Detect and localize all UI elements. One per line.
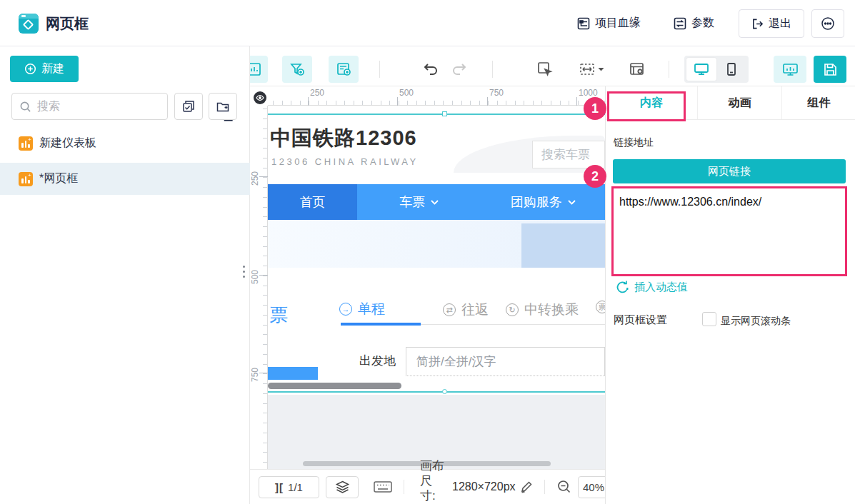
link-address-label: 链接地址: [614, 136, 654, 149]
add-filter-button[interactable]: [282, 56, 312, 83]
params-icon: [674, 17, 686, 30]
url-input-wrapper: https://www.12306.cn/index/: [611, 186, 847, 276]
chevron-down-icon: [568, 200, 576, 205]
mobile-icon: [724, 62, 739, 76]
project-lineage-button[interactable]: 项目血缘: [577, 16, 641, 31]
zoom-level-value[interactable]: 40%: [578, 476, 605, 498]
chevron-down-icon: [431, 200, 439, 205]
zoom-out-icon: [556, 479, 572, 495]
visibility-toggle-icon[interactable]: [254, 91, 266, 104]
url-textarea[interactable]: https://www.12306.cn/index/: [614, 188, 845, 274]
exit-button[interactable]: 退出: [739, 9, 804, 38]
nav-home[interactable]: 首页: [268, 184, 357, 220]
exit-icon: [751, 18, 764, 30]
more-button[interactable]: [811, 9, 844, 38]
app-logo-icon: [19, 14, 39, 34]
search-input[interactable]: [37, 100, 144, 113]
web-link-button[interactable]: 网页链接: [613, 159, 846, 183]
keyboard-icon: [373, 479, 393, 495]
pencil-icon: [520, 480, 534, 493]
depart-input[interactable]: 简拼/全拼/汉字: [406, 347, 605, 376]
nav-group-services[interactable]: 团购服务: [481, 184, 606, 220]
sidebar-item-dashboard[interactable]: + 新建仪表板: [0, 127, 250, 159]
search-box[interactable]: [11, 93, 168, 120]
selection-top-edge[interactable]: [268, 114, 605, 115]
progress-bar-fragment: [268, 367, 318, 380]
app-header: 网页框 项目血缘 参数 退出: [0, 0, 855, 46]
distribute-button[interactable]: [576, 59, 607, 80]
selection-handle[interactable]: [442, 389, 447, 394]
site-navbar: 首页 车票 团购服务: [268, 184, 605, 220]
show-scrollbar-checkbox[interactable]: [702, 312, 716, 326]
sidebar-item-webframe[interactable]: + *网页框: [0, 163, 250, 195]
lineage-icon: [577, 17, 590, 30]
select-region-button[interactable]: [534, 59, 556, 80]
nav-tickets[interactable]: 车票: [357, 184, 481, 220]
canvas-area[interactable]: 250 500 750 1000 250 500 750 中国铁路12306 1…: [250, 86, 605, 469]
active-tab-underline: [341, 323, 421, 326]
ticket-circle-icon: 票: [596, 301, 605, 313]
site-title: 中国铁路12306: [270, 124, 417, 153]
new-button[interactable]: 新建: [10, 56, 79, 82]
insert-dynamic-icon: [616, 281, 629, 294]
show-scrollbar-label: 显示网页滚动条: [721, 315, 791, 328]
layers-icon: [335, 480, 350, 495]
editor-toolbar: [250, 46, 855, 86]
oneway-icon: →: [339, 303, 352, 316]
desktop-icon: [694, 62, 709, 76]
panel-resize-handle[interactable]: [243, 266, 245, 281]
redo-button[interactable]: [449, 59, 469, 79]
annotation-step-1: 1: [584, 97, 606, 120]
banner-panel: [521, 223, 605, 268]
dashboard-icon: +: [19, 172, 33, 186]
undo-button[interactable]: [421, 59, 441, 79]
params-button[interactable]: 参数: [674, 16, 714, 31]
frame-settings-label: 网页框设置: [614, 313, 667, 327]
folder-plus-icon: [216, 99, 230, 114]
canvas-size-label: 画布尺寸:: [420, 458, 447, 503]
page-bracket-icon: ][: [275, 481, 284, 493]
page-title: 网页框: [46, 14, 89, 34]
page-indicator-button[interactable]: ][ 1/1: [259, 476, 319, 498]
sidebar-item-label: *网页框: [39, 171, 78, 186]
ellipsis-circle-icon: [821, 16, 835, 31]
multi-select-icon: [181, 99, 196, 114]
zoom-out-button[interactable]: [556, 479, 572, 495]
tab-transfer[interactable]: ↻中转换乘: [506, 301, 579, 319]
tab-content[interactable]: 内容: [606, 86, 698, 119]
tab-oneway[interactable]: →单程: [339, 300, 385, 318]
tab-animation[interactable]: 动画: [698, 86, 782, 119]
layers-button[interactable]: [326, 476, 359, 498]
config-panel: 内容 动画 组件 链接地址 网页链接 https://www.12306.cn/…: [605, 86, 855, 504]
preview-button[interactable]: [774, 56, 806, 83]
insert-dynamic-value-link[interactable]: 插入动态值: [616, 281, 688, 294]
tab-roundtrip[interactable]: ⇄往返: [443, 301, 489, 319]
web-frame-component[interactable]: 中国铁路12306 12306 CHINA RAILWAY 搜索车票 首页 车票…: [268, 106, 605, 395]
edit-size-button[interactable]: [520, 480, 534, 493]
multi-select-button[interactable]: [174, 93, 203, 120]
page-settings-button[interactable]: [626, 59, 649, 80]
page-horizontal-scrollbar[interactable]: [268, 383, 401, 389]
roundtrip-icon: ⇄: [443, 303, 456, 316]
panel-tabs: 内容 动画 组件: [606, 86, 855, 120]
selection-handle[interactable]: [442, 111, 447, 116]
shortcuts-button[interactable]: [373, 479, 393, 495]
add-form-button[interactable]: [329, 56, 359, 83]
canvas-size-value: 1280×720px: [452, 480, 516, 493]
sidebar-item-label: 新建仪表板: [39, 136, 96, 151]
selection-bottom-edge[interactable]: [268, 391, 605, 393]
device-mode-switch: [684, 56, 749, 83]
mobile-mode-button[interactable]: [716, 58, 746, 81]
search-icon: [19, 101, 31, 113]
save-button[interactable]: [814, 56, 846, 83]
desktop-mode-button[interactable]: [686, 58, 716, 81]
transfer-icon: ↻: [506, 303, 519, 316]
plus-circle-icon: [24, 63, 36, 75]
vertical-ruler: [250, 106, 268, 469]
tab-component[interactable]: 组件: [782, 86, 855, 119]
new-folder-button[interactable]: [209, 93, 237, 120]
dashboard-icon: +: [19, 136, 33, 151]
annotation-step-2: 2: [584, 165, 606, 188]
tab-partial[interactable]: 票: [596, 301, 605, 313]
depart-label: 出发地: [359, 353, 396, 369]
